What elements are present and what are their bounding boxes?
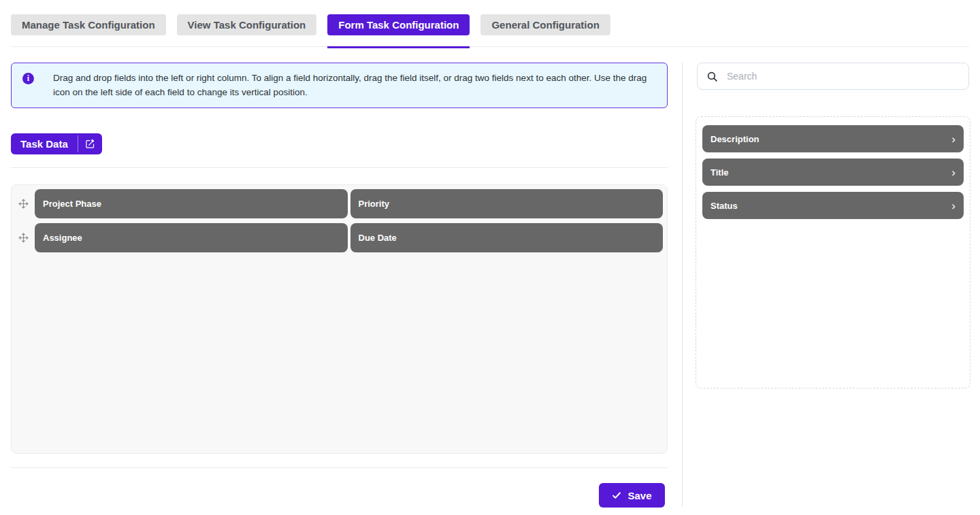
info-banner-text: Drag and drop fields into the left or ri…	[53, 73, 647, 97]
chevron-right-icon: ›	[951, 167, 956, 178]
palette-item-description[interactable]: Description ›	[702, 125, 964, 152]
task-data-label: Task Data	[11, 138, 78, 150]
tab-view-task-configuration[interactable]: View Task Configuration	[177, 14, 317, 35]
form-row: Assignee Due Date	[12, 223, 663, 252]
section-divider	[11, 167, 668, 168]
chevron-right-icon: ›	[951, 200, 956, 212]
column-divider	[682, 63, 683, 507]
info-icon: i	[22, 73, 34, 84]
form-row: Project Phase Priority	[12, 189, 663, 218]
tab-general-configuration[interactable]: General Configuration	[480, 14, 610, 35]
palette-item-label: Description	[710, 134, 760, 144]
search-input[interactable]	[727, 71, 960, 82]
palette-item-label: Title	[710, 167, 729, 178]
palette-item-title[interactable]: Title ›	[702, 159, 964, 186]
palette-item-status[interactable]: Status ›	[702, 192, 964, 219]
search-box	[697, 63, 969, 90]
save-button[interactable]: Save	[599, 483, 665, 508]
palette-item-label: Status	[710, 201, 738, 211]
check-icon	[612, 491, 621, 500]
tab-manage-task-configuration[interactable]: Manage Task Configuration	[11, 14, 166, 35]
form-field-assignee[interactable]: Assignee	[35, 223, 348, 252]
form-field-priority[interactable]: Priority	[350, 189, 664, 218]
tab-bar-divider	[11, 46, 969, 47]
edit-icon[interactable]	[78, 133, 102, 154]
field-palette: Description › Title › Status ›	[696, 116, 970, 388]
form-field-project-phase[interactable]: Project Phase	[35, 189, 348, 218]
chevron-right-icon: ›	[951, 133, 956, 145]
footer-divider	[11, 467, 668, 468]
drag-handle-icon[interactable]	[12, 233, 35, 243]
form-field-due-date[interactable]: Due Date	[350, 223, 664, 252]
page: Manage Task Configuration View Task Conf…	[0, 0, 980, 515]
search-icon	[706, 71, 718, 82]
drag-handle-icon[interactable]	[12, 199, 35, 209]
info-banner: i Drag and drop fields into the left or …	[11, 63, 668, 108]
tab-form-task-configuration[interactable]: Form Task Configuration	[327, 14, 470, 35]
tab-bar: Manage Task Configuration View Task Conf…	[11, 14, 610, 35]
form-canvas: Project Phase Priority Assignee Due Date	[11, 184, 668, 454]
save-label: Save	[627, 490, 651, 501]
task-data-button[interactable]: Task Data	[11, 133, 102, 154]
